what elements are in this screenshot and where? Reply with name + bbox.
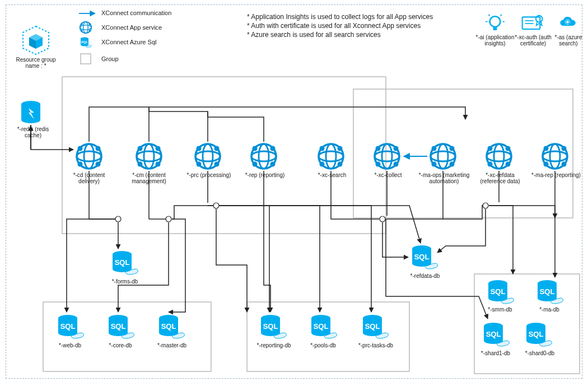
- db-reporting: [261, 315, 286, 338]
- junction-cd: [115, 216, 121, 222]
- junction-refdata: [483, 203, 488, 208]
- app-prc-label: *-prc (processing): [186, 172, 231, 178]
- redis-icon: [21, 101, 40, 123]
- db-prc-tasks: [363, 315, 388, 338]
- db-reporting-label: *-reporting-db: [250, 342, 297, 348]
- junction-cm: [166, 216, 171, 222]
- db-core: [109, 315, 134, 338]
- db-shard0-label: *-shard0-db: [518, 350, 562, 356]
- db-ma: [538, 280, 563, 304]
- diagram-canvas: SQL: [6, 5, 583, 379]
- group-xc-apps: [353, 89, 573, 218]
- db-smm: [488, 280, 514, 304]
- app-cm-label: *-cm (content management): [124, 172, 174, 184]
- resource-group-frame: Resource group name : * XConnect communi…: [6, 4, 582, 379]
- app-xc-refdata: [487, 144, 511, 169]
- app-ma-ops-label: *-ma-ops (marketing automation): [416, 172, 472, 184]
- db-ma-label: *-ma-db: [529, 306, 570, 313]
- app-cd-label: *-cd (content delivery): [62, 172, 116, 184]
- db-shard1-label: *-shard1-db: [474, 350, 517, 356]
- app-cm: [137, 144, 161, 169]
- db-master: [159, 315, 184, 338]
- db-refdata: [412, 245, 437, 269]
- junction-collect: [380, 216, 385, 222]
- db-pools-label: *-pools-db: [302, 342, 344, 348]
- app-cd: [77, 144, 101, 169]
- app-rep: [251, 144, 276, 169]
- app-xc-search-label: *-xc-search: [311, 172, 353, 178]
- db-master-label: *-master-db: [150, 342, 194, 348]
- app-ma-rep-label: *-ma-rep (reporting): [531, 172, 581, 178]
- app-rep-label: *-rep (reporting): [240, 172, 290, 178]
- db-forms-label: *-forms-db: [101, 278, 148, 285]
- app-xc-collect: [375, 144, 399, 169]
- junction-prc: [213, 203, 219, 208]
- db-smm-label: *-smm-db: [480, 306, 520, 313]
- app-prc: [195, 144, 220, 169]
- db-pools: [311, 315, 337, 338]
- app-ma-rep: [543, 144, 567, 169]
- db-core-label: *-core-db: [99, 342, 142, 348]
- db-web-label: *-web-db: [49, 342, 91, 348]
- redis-label: *-redis (redis cache): [8, 126, 58, 138]
- db-prc-tasks-label: *-prc-tasks-db: [350, 342, 402, 348]
- db-shard1: [484, 323, 509, 346]
- app-xc-refdata-label: *-xc-refdata (reference data): [473, 172, 527, 184]
- db-refdata-label: *-refdata-db: [400, 273, 450, 279]
- db-web: [58, 315, 83, 338]
- app-ma-ops: [431, 144, 455, 169]
- app-xc-collect-label: *-xc-collect: [367, 172, 409, 178]
- db-shard0: [526, 323, 552, 346]
- app-xc-search: [319, 144, 343, 169]
- db-forms: [113, 251, 138, 275]
- group-main-apps: [62, 77, 386, 234]
